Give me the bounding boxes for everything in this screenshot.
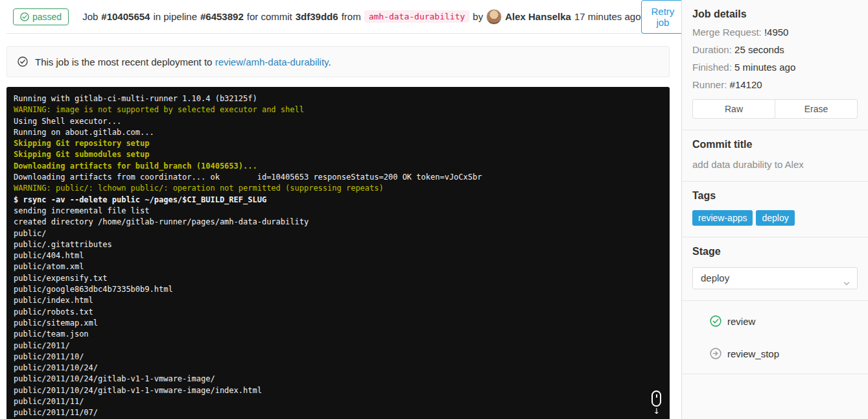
- job-detail-row: Merge Request: !4950: [692, 27, 858, 38]
- log-line: public/robots.txt: [14, 307, 663, 318]
- log-line: Running on about.gitlab.com...: [14, 127, 663, 138]
- log-line: public/index.html: [14, 295, 663, 306]
- log-line: public/.gitattributes: [14, 239, 663, 250]
- arrow-down-icon: ↓: [653, 408, 659, 415]
- stage-block: Stage deploy: [682, 237, 868, 301]
- stage-job-review[interactable]: review: [682, 305, 868, 337]
- commit-title-heading: Commit title: [692, 139, 858, 150]
- log-line: Using Shell executor...: [14, 116, 663, 127]
- scroll-mouse-icon: [651, 390, 661, 407]
- build-header: passed Job #10405654 in pipeline #645389…: [6, 0, 670, 34]
- commit-title-text: add data durability to Alex: [692, 159, 858, 170]
- job-detail-row: Finished: 5 minutes ago: [692, 62, 858, 73]
- log-line: sending incremental file list: [14, 206, 663, 217]
- log-line: WARNING: image is not supported by selec…: [14, 104, 663, 115]
- log-line: public/sitemap.xml: [14, 318, 663, 329]
- retry-job-button[interactable]: Retry job: [641, 0, 685, 34]
- stage-job-name: review_stop: [727, 348, 779, 359]
- tag-badge: review-apps: [692, 210, 753, 226]
- stage-heading: Stage: [692, 246, 858, 257]
- sidebar-title: Job details: [692, 8, 858, 20]
- stage-dropdown-value: deploy: [701, 272, 729, 283]
- status-success-icon: [710, 315, 721, 327]
- erase-button[interactable]: Erase: [775, 99, 858, 119]
- log-line: Skipping Git repository setup: [14, 138, 663, 149]
- in-pipeline-words: in pipeline: [153, 11, 197, 22]
- job-id: #10405654: [101, 11, 150, 22]
- autoscroll-button[interactable]: ↓: [651, 390, 661, 415]
- log-line: public/2011/: [14, 341, 663, 352]
- log-line: public/: [14, 228, 663, 239]
- by-word: by: [473, 11, 483, 22]
- log-line: public/2011/11/07/: [14, 407, 663, 418]
- author-link[interactable]: Alex Hanselka: [505, 11, 571, 22]
- log-actions: Raw Erase: [692, 99, 858, 119]
- log-line: Downloading artifacts from coordinator..…: [14, 172, 663, 183]
- time-ago: 17 minutes ago: [574, 11, 641, 22]
- chevron-down-icon: [843, 274, 850, 294]
- log-line: $ rsync -av --delete public ~/pages/$CI_…: [14, 195, 663, 206]
- log-line: public/2011/10/24/: [14, 363, 663, 374]
- job-details-block: Job details Merge Request: !4950Duration…: [682, 0, 868, 130]
- stage-jobs-list: reviewreview_stop: [682, 301, 868, 374]
- for-commit-words: for commit: [247, 11, 292, 22]
- tag-badge: deploy: [756, 210, 794, 226]
- deployment-notice: This job is the most recent deployment t…: [6, 46, 670, 77]
- from-word: from: [342, 11, 361, 22]
- log-line: created directory /home/gitlab-runner/pa…: [14, 217, 663, 228]
- status-badge[interactable]: passed: [13, 8, 69, 25]
- stage-job-review_stop[interactable]: review_stop: [682, 337, 868, 370]
- job-log-container: Running with gitlab-ci-multi-runner 1.10…: [6, 87, 670, 419]
- status-manual-icon: [710, 348, 721, 359]
- log-line: WARNING: public/: lchown public/: operat…: [14, 183, 663, 194]
- log-line: public/expensify.txt: [14, 273, 663, 284]
- check-circle-icon: [18, 56, 28, 67]
- pipeline-id: #6453892: [200, 11, 244, 22]
- job-details-sidebar: Job details Merge Request: !4950Duration…: [681, 0, 868, 419]
- job-log: Running with gitlab-ci-multi-runner 1.10…: [6, 87, 670, 419]
- log-line: public/2011/10/24/gitlab-v1-1-vmware-ima…: [14, 374, 663, 385]
- job-details-list: Merge Request: !4950Duration: 25 seconds…: [692, 27, 858, 90]
- raw-button[interactable]: Raw: [692, 99, 775, 119]
- log-line: Downloading artifacts for build_branch (…: [14, 161, 663, 172]
- job-detail-row: Runner: #14120: [692, 79, 858, 90]
- main-column: passed Job #10405654 in pipeline #645389…: [0, 0, 681, 419]
- job-detail-row: Duration: 25 seconds: [692, 44, 858, 55]
- check-circle-icon: [20, 12, 29, 21]
- log-line: public/404.html: [14, 250, 663, 261]
- tags-heading: Tags: [692, 190, 858, 202]
- job-word: Job: [82, 11, 98, 22]
- commit-sha: 3df39dd6: [296, 11, 338, 22]
- job-page: passed Job #10405654 in pipeline #645389…: [0, 0, 868, 419]
- log-line: public/google863dbc4b7335b0b9.html: [14, 284, 663, 295]
- tags-block: Tags review-appsdeploy: [682, 182, 868, 237]
- avatar[interactable]: [486, 9, 502, 25]
- deployment-notice-text: This job is the most recent deployment t…: [35, 56, 331, 67]
- tags-list: review-appsdeploy: [692, 210, 858, 226]
- log-line: public/atom.xml: [14, 261, 663, 272]
- log-line: public/2011/10/: [14, 352, 663, 363]
- branch-ref-link[interactable]: amh-data-durability: [364, 10, 470, 23]
- status-badge-label: passed: [32, 12, 62, 22]
- log-line: Skipping Git submodules setup: [14, 149, 663, 160]
- stage-dropdown[interactable]: deploy: [692, 267, 858, 289]
- stage-job-name: review: [727, 316, 755, 327]
- log-line: public/2011/10/24/gitlab-v1-1-vmware-ima…: [14, 385, 663, 396]
- log-line: public/team.json: [14, 329, 663, 340]
- environment-link[interactable]: review/amh-data-durability: [215, 56, 329, 67]
- log-line: Running with gitlab-ci-multi-runner 1.10…: [14, 93, 663, 104]
- build-header-text: Job #10405654 in pipeline #6453892 for c…: [82, 9, 640, 25]
- commit-title-block: Commit title add data durability to Alex: [682, 130, 868, 182]
- log-line: public/2011/11/: [14, 396, 663, 407]
